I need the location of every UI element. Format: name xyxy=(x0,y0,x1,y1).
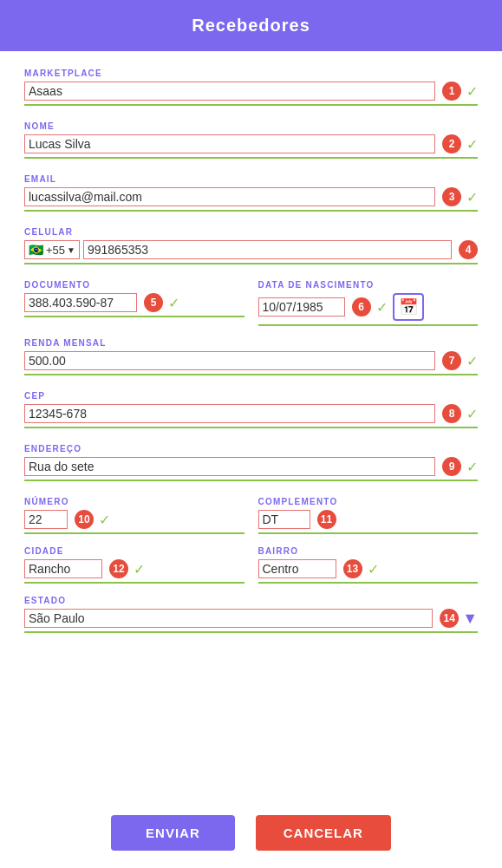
step-badge-11: 11 xyxy=(317,510,336,529)
cidade-check-icon: ✓ xyxy=(134,561,145,578)
documento-row: 5 ✓ xyxy=(24,293,244,317)
bairro-input[interactable] xyxy=(258,559,336,578)
marketplace-group: MARKETPLACE 1 ✓ xyxy=(24,69,478,106)
calendar-icon[interactable]: 📅 xyxy=(393,293,424,321)
nome-label: NOME xyxy=(24,121,478,131)
data-nascimento-group: DATA DE NASCIMENTO 6 ✓ 📅 xyxy=(258,280,479,326)
estado-select[interactable]: São Paulo Rio de Janeiro Minas Gerais Ba… xyxy=(24,609,433,628)
step-badge-8: 8 xyxy=(442,404,461,423)
endereco-row: 9 ✓ xyxy=(24,457,478,481)
bairro-row: 13 ✓ xyxy=(258,559,479,584)
enviar-button[interactable]: ENVIAR xyxy=(111,815,235,851)
numero-check-icon: ✓ xyxy=(99,512,110,528)
endereco-check-icon: ✓ xyxy=(466,459,478,475)
estado-group: ESTADO São Paulo Rio de Janeiro Minas Ge… xyxy=(24,596,478,633)
endereco-input[interactable] xyxy=(24,457,435,476)
step-badge-7: 7 xyxy=(442,351,461,370)
page-title: Recebedores xyxy=(192,16,310,35)
estado-dropdown-arrow: ▼ xyxy=(462,610,478,628)
celular-label: CELULAR xyxy=(24,227,478,237)
phone-prefix: 🇧🇷 +55 ▼ xyxy=(24,240,80,259)
step-badge-4: 4 xyxy=(459,240,478,259)
email-label: EMAIL xyxy=(24,174,478,184)
estado-row: São Paulo Rio de Janeiro Minas Gerais Ba… xyxy=(24,609,478,633)
step-badge-3: 3 xyxy=(442,187,461,206)
celular-group: CELULAR 🇧🇷 +55 ▼ 4 xyxy=(24,227,478,264)
step-badge-10: 10 xyxy=(75,510,94,529)
header: Recebedores xyxy=(0,0,502,51)
cidade-label: CIDADE xyxy=(24,546,244,556)
complemento-label: COMPLEMENTO xyxy=(258,497,479,506)
form-container: MARKETPLACE 1 ✓ NOME 2 ✓ EMAIL 3 ✓ xyxy=(0,51,502,794)
cidade-row: 12 ✓ xyxy=(24,559,244,584)
endereco-group: ENDEREÇO 9 ✓ xyxy=(24,444,478,481)
cep-row: 8 ✓ xyxy=(24,404,478,428)
cep-check-icon: ✓ xyxy=(466,406,478,422)
cep-group: CEP 8 ✓ xyxy=(24,391,478,428)
numero-complemento-row: NÚMERO 10 ✓ COMPLEMENTO 11 xyxy=(24,497,478,534)
complemento-input[interactable] xyxy=(258,510,310,529)
endereco-label: ENDEREÇO xyxy=(24,444,478,454)
email-input[interactable] xyxy=(24,187,435,206)
step-badge-5: 5 xyxy=(144,293,163,312)
documento-group: DOCUMENTO 5 ✓ xyxy=(24,280,244,326)
step-badge-6: 6 xyxy=(352,297,371,317)
documento-input[interactable] xyxy=(24,293,137,312)
numero-input[interactable] xyxy=(24,510,68,529)
numero-row: 10 ✓ xyxy=(24,510,244,534)
renda-row: 7 ✓ xyxy=(24,351,478,375)
bairro-label: BAIRRO xyxy=(258,546,479,556)
flag-icon: 🇧🇷 xyxy=(29,243,43,257)
doc-date-row: DOCUMENTO 5 ✓ DATA DE NASCIMENTO 6 ✓ 📅 xyxy=(24,280,478,326)
step-badge-13: 13 xyxy=(343,559,362,578)
cep-label: CEP xyxy=(24,391,478,401)
marketplace-label: MARKETPLACE xyxy=(24,69,478,78)
cidade-input[interactable] xyxy=(24,559,102,578)
step-badge-12: 12 xyxy=(109,559,128,578)
renda-input[interactable] xyxy=(24,351,435,370)
prefix-arrow: ▼ xyxy=(67,245,75,255)
cidade-group: CIDADE 12 ✓ xyxy=(24,546,244,584)
renda-group: RENDA MENSAL 7 ✓ xyxy=(24,338,478,375)
marketplace-input[interactable] xyxy=(24,82,435,101)
step-badge-2: 2 xyxy=(442,134,461,153)
data-nascimento-input[interactable] xyxy=(258,297,345,317)
documento-label: DOCUMENTO xyxy=(24,280,244,290)
nome-row: 2 ✓ xyxy=(24,134,478,159)
renda-label: RENDA MENSAL xyxy=(24,338,478,348)
step-badge-9: 9 xyxy=(442,457,461,476)
cidade-bairro-row: CIDADE 12 ✓ BAIRRO 13 ✓ xyxy=(24,546,478,584)
marketplace-row: 1 ✓ xyxy=(24,82,478,106)
page-wrapper: Recebedores MARKETPLACE 1 ✓ NOME 2 ✓ EMA… xyxy=(0,0,502,868)
footer: ENVIAR CANCELAR xyxy=(0,794,502,868)
estado-label: ESTADO xyxy=(24,596,478,605)
complemento-group: COMPLEMENTO 11 xyxy=(258,497,479,534)
email-group: EMAIL 3 ✓ xyxy=(24,174,478,212)
email-check-icon: ✓ xyxy=(466,189,478,206)
nome-check-icon: ✓ xyxy=(466,136,478,153)
celular-row: 🇧🇷 +55 ▼ 4 xyxy=(24,240,478,264)
complemento-row: 11 xyxy=(258,510,479,534)
phone-code: +55 xyxy=(46,244,65,257)
bairro-check-icon: ✓ xyxy=(368,561,379,578)
data-nascimento-row: 6 ✓ 📅 xyxy=(258,293,479,326)
cep-input[interactable] xyxy=(24,404,435,423)
nome-input[interactable] xyxy=(24,134,435,153)
nome-group: NOME 2 ✓ xyxy=(24,121,478,159)
celular-input[interactable] xyxy=(83,240,452,259)
numero-group: NÚMERO 10 ✓ xyxy=(24,497,244,534)
step-badge-14: 14 xyxy=(440,609,459,628)
data-nascimento-label: DATA DE NASCIMENTO xyxy=(258,280,479,290)
numero-label: NÚMERO xyxy=(24,497,244,506)
step-badge-1: 1 xyxy=(442,82,461,101)
cancelar-button[interactable]: CANCELAR xyxy=(256,815,391,851)
bairro-group: BAIRRO 13 ✓ xyxy=(258,546,479,584)
data-nascimento-check-icon: ✓ xyxy=(376,299,388,316)
email-row: 3 ✓ xyxy=(24,187,478,212)
marketplace-check-icon: ✓ xyxy=(466,83,478,100)
documento-check-icon: ✓ xyxy=(168,295,179,311)
renda-check-icon: ✓ xyxy=(466,353,478,369)
